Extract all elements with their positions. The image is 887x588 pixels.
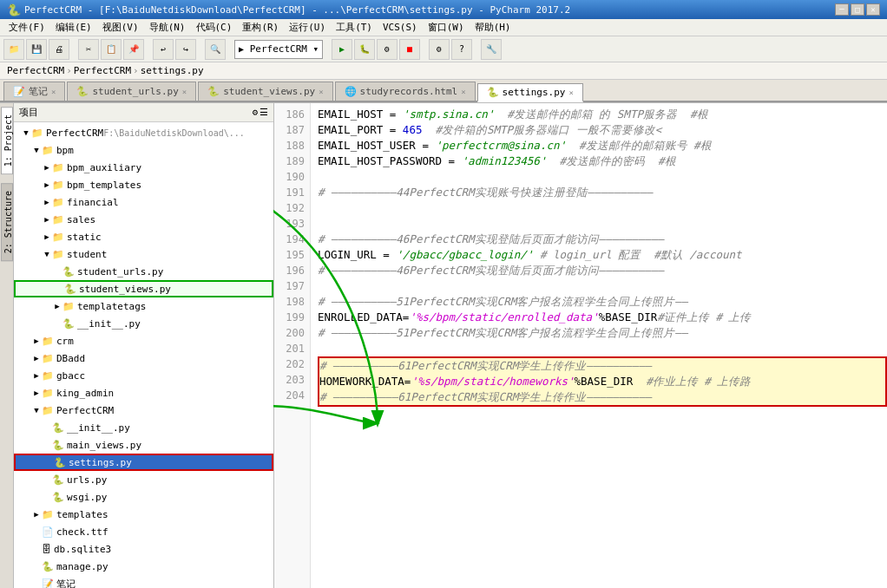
maximize-button[interactable]: □ — [851, 3, 864, 16]
tree-arrow-static[interactable]: ▶ — [42, 232, 52, 241]
tree-arrow-templatetags[interactable]: ▶ — [52, 302, 62, 310]
menu-view[interactable]: 视图(V) — [97, 19, 144, 36]
tree-arrow-sales[interactable]: ▶ — [42, 215, 52, 224]
tree-arrow-bpm-templates[interactable]: ▶ — [42, 180, 52, 189]
project-settings-icon[interactable]: ⚙ — [252, 107, 258, 118]
tree-arrow-dbadd[interactable]: ▶ — [31, 354, 42, 363]
tab-student-views-close[interactable]: × — [319, 88, 323, 96]
tree-item-perfectcrm-pkg[interactable]: ▼ 📁 PerfectCRM — [14, 402, 273, 419]
menu-vcs[interactable]: VCS(S) — [378, 19, 423, 36]
toolbar-cut[interactable]: ✂ — [78, 39, 99, 60]
folder-icon-financial: 📁 — [52, 197, 64, 208]
sidebar-tab-project[interactable]: 1: Project — [1, 107, 13, 174]
tab-studyrecords[interactable]: 🌐 studyrecords.html × — [335, 82, 476, 101]
toolbar-undo[interactable]: ↩ — [153, 39, 174, 60]
tree-item-templatetags[interactable]: ▶ 📁 templatetags — [14, 297, 273, 315]
code-line-187: EMAIL_PORT = 465 #发件箱的SMTP服务器端口 一般不需要修改< — [318, 122, 887, 138]
toolbar-paste[interactable]: 📌 — [123, 39, 144, 60]
tree-item-init-main[interactable]: 🐍 __init__.py — [14, 419, 273, 436]
menu-refactor[interactable]: 重构(R) — [237, 19, 284, 36]
code-view[interactable]: 186 187 188 189 190 191 192 193 194 195 … — [274, 103, 887, 588]
breadcrumb-perfectcrm[interactable]: PerfectCRM — [7, 65, 64, 76]
tree-item-wsgi[interactable]: 🐍 wsgi.py — [14, 488, 273, 506]
tree-item-static[interactable]: ▶ 📁 static — [14, 228, 273, 245]
tree-item-crm[interactable]: ▶ 📁 crm — [14, 332, 273, 350]
toolbar-search[interactable]: 🔍 — [205, 39, 226, 60]
tree-item-templates[interactable]: ▶ 📁 templates — [14, 506, 273, 523]
tab-settings-close[interactable]: × — [568, 88, 573, 97]
tree-item-bpm[interactable]: ▼ 📁 bpm — [14, 141, 273, 159]
project-layout-icon[interactable]: ☰ — [260, 107, 268, 118]
tree-item-sales[interactable]: ▶ 📁 sales — [14, 211, 273, 228]
tree-item-gbacc[interactable]: ▶ 📁 gbacc — [14, 367, 273, 384]
tree-arrow-student[interactable]: ▼ — [42, 250, 52, 258]
tree-item-init-student[interactable]: 🐍 __init__.py — [14, 315, 273, 332]
tree-arrow-pkg[interactable]: ▼ — [31, 406, 42, 415]
menu-window[interactable]: 窗口(W) — [423, 19, 470, 36]
titlebar-controls[interactable]: ─ □ ✕ — [835, 3, 880, 16]
tree-item-bpm-templates[interactable]: ▶ 📁 bpm_templates — [14, 176, 273, 193]
tab-studyrecords-icon: 🌐 — [345, 86, 357, 97]
tree-arrow-king-admin[interactable]: ▶ — [31, 389, 42, 397]
tab-notes[interactable]: 📝 笔记 × — [3, 82, 65, 101]
tree-item-student-urls[interactable]: 🐍 student_urls.py — [14, 263, 273, 280]
tree-item-notes[interactable]: 📝 笔记 — [14, 575, 273, 588]
tree-item-root[interactable]: ▼ 📁 PerfectCRM F:\BaiduNetdiskDownload\.… — [14, 124, 273, 141]
toolbar-open[interactable]: 📁 — [3, 39, 24, 60]
tree-item-main-views[interactable]: 🐍 main_views.py — [14, 436, 273, 454]
tab-student-urls[interactable]: 🐍 student_urls.py × — [67, 82, 196, 101]
breadcrumb-settings[interactable]: settings.py — [141, 65, 204, 76]
tree-arrow-bpm[interactable]: ▼ — [31, 146, 42, 154]
tree-arrow-templates[interactable]: ▶ — [31, 510, 42, 519]
tree-arrow-crm[interactable]: ▶ — [31, 336, 42, 345]
toolbar-help2[interactable]: ? — [451, 39, 472, 60]
tree-label-gbacc: gbacc — [56, 370, 85, 382]
tree-item-bpm-aux[interactable]: ▶ 📁 bpm_auxiliary — [14, 159, 273, 176]
toolbar-print[interactable]: 🖨 — [49, 39, 69, 60]
tree-item-db-sqlite[interactable]: 🗄 db.sqlite3 — [14, 540, 273, 558]
tree-item-student-views[interactable]: 🐍 student_views.py — [14, 280, 273, 297]
tree-item-student[interactable]: ▼ 📁 student — [14, 245, 273, 263]
breadcrumb-perfectcrm2[interactable]: PerfectCRM — [74, 65, 131, 76]
menu-file[interactable]: 文件(F) — [3, 19, 50, 36]
menu-edit[interactable]: 编辑(E) — [50, 19, 97, 36]
line-num-203: 203 — [274, 372, 310, 388]
tree-item-settings[interactable]: 🐍 settings.py — [14, 454, 273, 471]
tree-item-financial[interactable]: ▶ 📁 financial — [14, 193, 273, 211]
tree-label-sales: sales — [67, 214, 95, 225]
tab-student-views[interactable]: 🐍 student_views.py × — [198, 82, 332, 101]
tree-arrow-gbacc[interactable]: ▶ — [31, 371, 42, 380]
toolbar-stop[interactable]: ■ — [399, 39, 420, 60]
toolbar-save[interactable]: 💾 — [26, 39, 47, 60]
tree-item-manage[interactable]: 🐍 manage.py — [14, 558, 273, 575]
toolbar-profile[interactable]: ⚙ — [377, 39, 398, 60]
tree-arrow-aux[interactable]: ▶ — [42, 163, 52, 172]
toolbar-settings[interactable]: ⚙ — [429, 39, 450, 60]
tree-item-dbadd[interactable]: ▶ 📁 DBadd — [14, 350, 273, 367]
toolbar-run[interactable]: ▶ — [332, 39, 352, 60]
tree-arrow-financial[interactable]: ▶ — [42, 198, 52, 206]
menu-navigate[interactable]: 导航(N) — [144, 19, 191, 36]
tab-settings[interactable]: 🐍 settings.py × — [477, 83, 583, 102]
code-content[interactable]: EMAIL_HOST = 'smtp.sina.cn' #发送邮件的邮箱 的 S… — [311, 103, 887, 588]
tree-item-urls[interactable]: 🐍 urls.py — [14, 471, 273, 488]
menu-tools[interactable]: 工具(T) — [331, 19, 378, 36]
toolbar-copy[interactable]: 📋 — [101, 39, 122, 60]
tab-notes-close[interactable]: × — [51, 88, 56, 96]
tree-label-templatetags: templatetags — [77, 301, 146, 312]
tab-studyrecords-close[interactable]: × — [461, 88, 465, 96]
toolbar-extra[interactable]: 🔧 — [481, 39, 502, 60]
menu-code[interactable]: 代码(C) — [191, 19, 238, 36]
sidebar-tab-structure[interactable]: 2: Structure — [1, 183, 13, 261]
menu-help[interactable]: 帮助(H) — [470, 19, 516, 36]
toolbar-run-config[interactable]: ▶ PerfectCRM ▾ — [234, 40, 323, 59]
menu-run[interactable]: 运行(U) — [284, 19, 331, 36]
close-button[interactable]: ✕ — [866, 3, 880, 16]
toolbar-debug[interactable]: 🐛 — [354, 39, 375, 60]
tree-item-check-ttf[interactable]: 📄 check.ttf — [14, 523, 273, 540]
minimize-button[interactable]: ─ — [835, 3, 849, 16]
tree-arrow-root[interactable]: ▼ — [21, 128, 31, 137]
tree-item-king-admin[interactable]: ▶ 📁 king_admin — [14, 384, 273, 402]
toolbar-redo[interactable]: ↪ — [175, 39, 196, 60]
tab-student-urls-close[interactable]: × — [182, 88, 187, 96]
